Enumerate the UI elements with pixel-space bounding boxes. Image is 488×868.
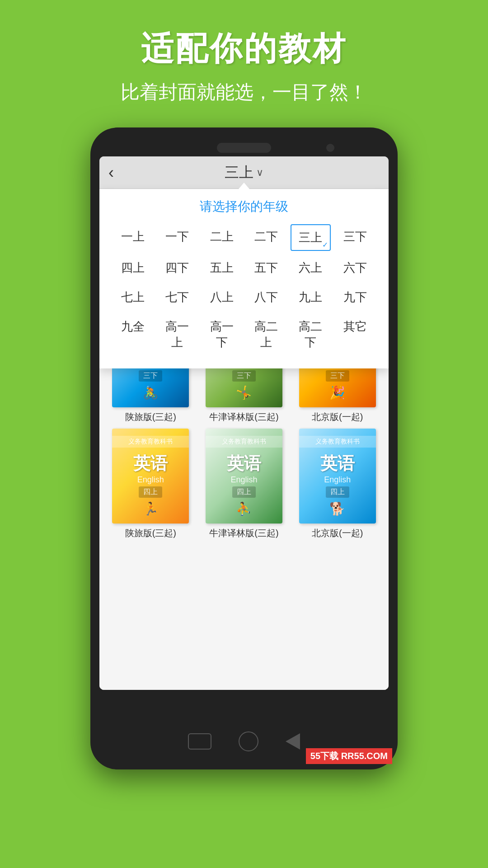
grade-item[interactable]: 七上 [113,285,153,310]
grade-item[interactable]: 八下 [246,285,286,310]
phone-top-bar [99,137,389,156]
recent-apps-button[interactable] [188,733,211,750]
grade-item[interactable]: 高一下 [202,314,242,355]
grade-item[interactable]: 五上 [202,255,242,280]
grade-item[interactable]: 七下 [157,285,197,310]
grade-item[interactable]: 九下 [335,285,375,310]
book-item[interactable]: 义务教育教科书英语English四上⛹牛津译林版(三起) [200,429,288,539]
phone-speaker [217,143,271,153]
grade-item[interactable]: 四下 [157,255,197,280]
book-label: 牛津译林版(三起) [209,411,278,423]
grade-item[interactable]: 三上 [291,224,330,251]
grade-item[interactable]: 一下 [157,224,197,251]
grade-item[interactable]: 三下 [335,224,375,251]
grade-item[interactable]: 高一上 [157,314,197,355]
grade-item[interactable]: 五下 [246,255,286,280]
book-label: 陕旅版(三起) [125,527,176,539]
app-screen: ‹ 三上 ∨ 请选择你的年级 一上一下二上二下三上三下四上四下五上五下六上六下七… [99,156,389,690]
top-section: 适配你的教材 比着封面就能选，一目了然！ [121,27,367,105]
back-button[interactable]: ‹ [108,163,114,182]
grade-item[interactable]: 二下 [246,224,286,251]
book-label: 北京版(一起) [312,527,363,539]
book-label: 北京版(一起) [312,411,363,423]
home-button[interactable] [239,731,258,751]
grade-item[interactable]: 九上 [291,285,330,310]
grade-dropdown: 请选择你的年级 一上一下二上二下三上三下四上四下五上五下六上六下七上七下八上八下… [99,189,389,368]
grade-item[interactable]: 其它 [335,314,375,355]
book-label: 陕旅版(三起) [125,411,176,423]
grade-item[interactable]: 二上 [202,224,242,251]
grade-item[interactable]: 六上 [291,255,330,280]
grade-item[interactable]: 高二上 [246,314,286,355]
grade-item[interactable]: 高二下 [291,314,330,355]
grade-item[interactable]: 六下 [335,255,375,280]
back-nav-button[interactable] [286,733,300,750]
grade-item[interactable]: 四上 [113,255,153,280]
dropdown-arrow [239,183,249,189]
grade-item[interactable]: 九全 [113,314,153,355]
phone-camera [326,144,334,152]
book-label: 牛津译林版(三起) [209,527,278,539]
header-title-text: 三上 [225,163,253,183]
chevron-down-icon: ∨ [256,167,263,179]
grade-item[interactable]: 一上 [113,224,153,251]
grade-grid: 一上一下二上二下三上三下四上四下五上五下六上六下七上七下八上八下九上九下九全高一… [113,224,375,355]
header-title: 三上 ∨ [225,163,263,183]
sub-title: 比着封面就能选，一目了然！ [121,80,367,105]
grade-prompt: 请选择你的年级 [113,198,375,215]
grade-item[interactable]: 八上 [202,285,242,310]
book-item[interactable]: 义务教育教科书英语English四上🐕北京版(一起) [293,429,381,539]
main-title: 适配你的教材 [121,27,367,71]
phone-shell: ‹ 三上 ∨ 请选择你的年级 一上一下二上二下三上三下四上四下五上五下六上六下七… [90,127,398,769]
watermark: 55下载 RR55.COM [306,748,392,764]
book-item[interactable]: 义务教育教科书英语English四上🏃陕旅版(三起) [107,429,195,539]
